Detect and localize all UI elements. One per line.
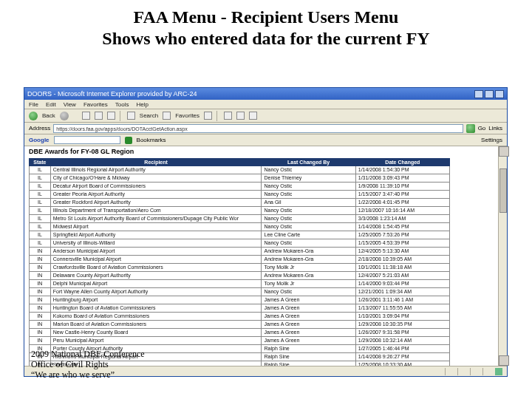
cell-by: Ralph Sine: [262, 353, 355, 361]
vertical-scrollbar[interactable]: [498, 146, 507, 366]
cell-recipient: Kokomo Board of Aviation Commissioners: [50, 313, 262, 321]
cell-date: 12/4/2007 5:21:03 AM: [355, 272, 449, 280]
cell-date: 1/9/2008 11:39:10 PM: [355, 183, 449, 191]
zone-icon: [495, 368, 502, 375]
cell-date: 1/14/2008 1:54:45 PM: [355, 223, 449, 231]
col-by[interactable]: Last Changed By: [262, 159, 355, 166]
table-row[interactable]: ILMidwest AirportNancy Ostic1/14/2008 1:…: [30, 223, 450, 231]
google-search-input[interactable]: [54, 136, 120, 144]
cell-date: 1/26/2007 9:31:58 PM: [355, 329, 449, 337]
back-label[interactable]: Back: [42, 112, 55, 119]
table-row[interactable]: INConnersville Municipal AirportAndrew M…: [30, 256, 450, 264]
table-row[interactable]: INDelphi Municipal AirportTony Molik Jr1…: [30, 280, 450, 288]
print-icon[interactable]: [236, 112, 245, 120]
table-row[interactable]: INCrawfordsville Board of Aviation Commi…: [30, 264, 450, 272]
cell-by: James A Green: [262, 329, 355, 337]
col-date[interactable]: Date Changed: [355, 159, 449, 166]
forward-icon[interactable]: [60, 112, 69, 120]
table-row[interactable]: ILGreater Rockford Airport AuthorityAna …: [30, 199, 450, 207]
maximize-button[interactable]: [485, 90, 494, 98]
cell-date: 1/13/2007 11:55:55 AM: [355, 304, 449, 313]
back-icon[interactable]: [29, 112, 38, 120]
table-row[interactable]: INAnderson Municipal AirportAndrew Mokar…: [30, 248, 450, 256]
cell-by: James A Green: [262, 337, 355, 345]
cell-state: IL: [30, 207, 51, 215]
table-row[interactable]: INNew Castle-Henry County BoardJames A G…: [30, 329, 450, 337]
bookmarks-label[interactable]: Bookmarks: [137, 137, 166, 143]
menu-view[interactable]: View: [64, 101, 76, 108]
cell-by: Ana Gil: [262, 199, 355, 207]
cell-recipient: Greater Rockford Airport Authority: [50, 199, 262, 207]
refresh-icon[interactable]: [95, 112, 103, 120]
col-state[interactable]: State: [30, 159, 51, 166]
cell-recipient: Crawfordsville Board of Aviation Commiss…: [50, 264, 262, 272]
cell-by: Nancy Ostic: [262, 288, 355, 296]
footer-line3: “We are who we serve”: [31, 369, 145, 380]
cell-date: 2/18/2008 10:39:05 AM: [355, 256, 449, 264]
favorites-label[interactable]: Favorites: [175, 112, 200, 119]
table-row[interactable]: INPeru Municipal AirportJames A Green1/2…: [30, 337, 450, 345]
cell-by: Lee Cline Carte: [262, 231, 355, 239]
table-row[interactable]: ILMetro St Louis Airport Authority Board…: [30, 215, 450, 223]
search-icon[interactable]: [127, 112, 135, 120]
menu-edit[interactable]: Edit: [46, 101, 56, 108]
cell-state: IN: [30, 264, 51, 272]
table-row[interactable]: INMarion Board of Aviation Commissioners…: [30, 321, 450, 329]
close-button[interactable]: [495, 90, 504, 98]
menu-help[interactable]: Help: [136, 101, 148, 108]
cell-state: IL: [30, 191, 51, 199]
table-row[interactable]: ILIllinois Department of Transportation/…: [30, 207, 450, 215]
address-label: Address: [29, 125, 50, 132]
cell-recipient: Fort Wayne Allen County Airport Authorit…: [50, 288, 262, 296]
cell-by: Nancy Ostic: [262, 215, 355, 223]
cell-date: 1/14/2008 9:26:27 PM: [355, 353, 449, 361]
table-row[interactable]: INHuntingburg AirportJames A Green1/26/2…: [30, 296, 450, 304]
cell-recipient: Huntington Board of Aviation Commissione…: [50, 304, 262, 313]
settings-label[interactable]: Settings: [481, 137, 502, 143]
col-recipient[interactable]: Recipient: [50, 159, 262, 166]
history-icon[interactable]: [204, 112, 212, 120]
table-row[interactable]: ILCentral Illinois Regional Airport Auth…: [30, 166, 450, 174]
scrollbar-thumb[interactable]: [499, 168, 507, 213]
cell-by: Andrew Mokaren-Gra: [262, 256, 355, 264]
table-row[interactable]: INFort Wayne Allen County Airport Author…: [30, 288, 450, 296]
table-row[interactable]: INDelaware County Airport AuthorityAndre…: [30, 272, 450, 280]
cell-by: Nancy Ostic: [262, 183, 355, 191]
table-row[interactable]: ILSpringfield Airport AuthorityLee Cline…: [30, 231, 450, 239]
table-row[interactable]: ILCity of Chicago/O'Hare & MidwayDenise …: [30, 174, 450, 183]
links-label[interactable]: Links: [488, 125, 502, 132]
cell-by: Ralph Sine: [262, 345, 355, 353]
menubar: File Edit View Favorites Tools Help: [24, 100, 507, 109]
cell-state: IL: [30, 231, 51, 239]
menu-tools[interactable]: Tools: [115, 101, 129, 108]
table-row[interactable]: ILDecatur Airport Board of Commissioners…: [30, 183, 450, 191]
home-icon[interactable]: [107, 112, 115, 120]
table-row[interactable]: INHuntington Board of Aviation Commissio…: [30, 304, 450, 313]
search-label[interactable]: Search: [140, 112, 158, 119]
stop-icon[interactable]: [82, 112, 90, 120]
go-button[interactable]: [466, 124, 475, 133]
go-label[interactable]: Go: [478, 125, 486, 132]
slide-title-line2: Shows who entered data for the current F…: [15, 29, 517, 49]
table-row[interactable]: ILGreater Peoria Airport AuthorityNancy …: [30, 191, 450, 199]
menu-favorites[interactable]: Favorites: [83, 101, 108, 108]
cell-state: IN: [30, 288, 51, 296]
mail-icon[interactable]: [224, 112, 232, 120]
cell-recipient: Metro St Louis Airport Authority Board o…: [50, 215, 262, 223]
cell-recipient: Connersville Municipal Airport: [50, 256, 262, 264]
edit-icon[interactable]: [249, 112, 257, 120]
favorites-icon[interactable]: [163, 112, 171, 120]
table-row[interactable]: INKokomo Board of Aviation Commissioners…: [30, 313, 450, 321]
cell-state: IL: [30, 239, 51, 248]
table-row[interactable]: ILUniversity of Illinois-WillardNancy Os…: [30, 239, 450, 248]
menu-file[interactable]: File: [29, 101, 38, 108]
google-go-icon[interactable]: [125, 137, 132, 144]
cell-date: 1/25/2005 7:53:26 PM: [355, 231, 449, 239]
address-input[interactable]: https://doors.faa.gov/apps/doors/DOTAcct…: [53, 124, 463, 133]
cell-by: Denise Thierney: [262, 174, 355, 183]
cell-state: IL: [30, 199, 51, 207]
minimize-button[interactable]: [474, 90, 483, 98]
cell-date: 1/14/2008 1:54:30 PM: [355, 166, 449, 174]
cell-date: 1/14/2000 9:03:44 PM: [355, 280, 449, 288]
google-toolbar: Google Bookmarks Settings: [24, 134, 507, 146]
